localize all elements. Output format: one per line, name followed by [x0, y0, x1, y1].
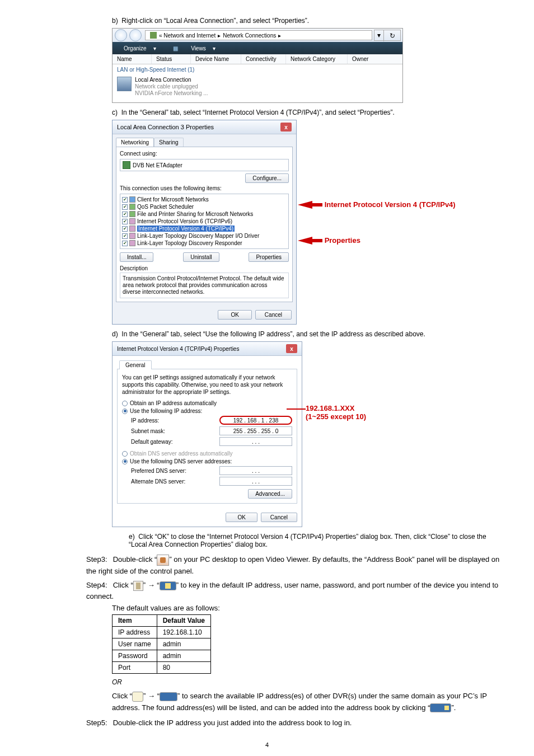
tab-sharing[interactable]: Sharing: [154, 138, 183, 147]
mask-label: Subnet mask:: [131, 428, 165, 434]
step4: Step4: Click “” → “” to key in the defau…: [86, 580, 500, 602]
col-conn[interactable]: Connectivity: [241, 54, 286, 64]
checkbox-icon[interactable]: ✔: [122, 219, 128, 224]
step3-t1: Double-click “: [113, 555, 157, 564]
table-row: User nameadmin: [113, 638, 211, 650]
list-item[interactable]: ✔Link-Layer Topology Discovery Mapper I/…: [122, 232, 287, 240]
ok-button[interactable]: OK: [226, 513, 257, 522]
list-item-ipv4[interactable]: ✔Internet Protocol Version 4 (TCP/IPv4): [122, 225, 287, 232]
step-b-text: Right-click on “Local Area Connection”, …: [121, 17, 309, 25]
radio-manual-dns[interactable]: Use the following DNS server addresses:: [122, 458, 292, 464]
col-name[interactable]: Name: [113, 54, 152, 64]
step-d: d) In the “General” tab, select “Use the…: [112, 330, 500, 338]
step-e-text: Click “OK” to close the “Internet Protoc…: [129, 533, 486, 548]
col-status[interactable]: Status: [152, 54, 191, 64]
items-label: This connection uses the following items…: [120, 185, 289, 191]
list-item[interactable]: ✔Client for Microsoft Networks: [122, 196, 287, 203]
lac-properties-dialog: Local Area Connection 3 Properties x Net…: [112, 120, 297, 325]
back-icon[interactable]: [115, 29, 127, 41]
callout-ip-range: 192.168.1.XXX (1~255 except 10): [306, 405, 366, 421]
radio-icon: [122, 451, 128, 457]
explorer-window: « Network and Internet ▸ Network Connect…: [112, 28, 403, 103]
callout-line: [287, 408, 306, 410]
pref-dns-label: Preferred DNS server:: [131, 468, 186, 474]
radio-icon: [122, 459, 128, 464]
step5-text: Double-click the IP address you just add…: [113, 719, 352, 727]
ipv6-icon: [129, 218, 135, 224]
col-owner[interactable]: Owner: [348, 54, 381, 64]
toolbar: Organize ▾ ▦ Views ▾: [113, 42, 402, 54]
organize-menu[interactable]: Organize ▾: [113, 45, 162, 51]
configure-button[interactable]: Configure...: [245, 173, 289, 183]
fileshare-icon: [129, 211, 135, 217]
advanced-button[interactable]: Advanced...: [248, 489, 292, 499]
radio-manual-ip[interactable]: Use the following IP address:: [122, 408, 292, 414]
refresh-icon[interactable]: ↻: [383, 30, 400, 41]
breadcrumb[interactable]: « Network and Internet ▸ Network Connect…: [145, 30, 372, 40]
list-item[interactable]: ✔Link-Layer Topology Discovery Responder: [122, 240, 287, 247]
table-row: Passwordadmin: [113, 650, 211, 662]
ok-button[interactable]: OK: [218, 310, 251, 320]
ipv4-properties-dialog: Internet Protocol Version 4 (TCP/IPv4) P…: [112, 341, 302, 527]
checkbox-icon[interactable]: ✔: [122, 197, 128, 203]
checkbox-icon[interactable]: ✔: [122, 204, 128, 210]
subnet-mask-input[interactable]: 255 . 255 . 255 . 0: [219, 426, 292, 435]
ip-title-bar: Internet Protocol Version 4 (TCP/IPv4) P…: [113, 342, 302, 356]
or-label: OR: [112, 678, 500, 686]
uninstall-button[interactable]: Uninstall: [183, 252, 219, 262]
alt-dns-input[interactable]: . . .: [219, 477, 292, 486]
col-device[interactable]: Device Name: [191, 54, 241, 64]
address-book-icon: [133, 581, 143, 591]
ip-address-input[interactable]: 192 . 168 . 1 . 238: [219, 416, 292, 425]
checkbox-icon[interactable]: ✔: [122, 212, 128, 217]
callout-ipv4: Internet Protocol Version 4 (TCP/IPv4): [298, 200, 456, 209]
conn-status: Network cable unplugged: [135, 83, 208, 90]
add-entry-icon: [160, 581, 176, 590]
step4-label: Step4:: [86, 580, 111, 591]
connection-row[interactable]: Local Area Connection Network cable unpl…: [113, 75, 402, 102]
col-cat[interactable]: Network Category: [286, 54, 348, 64]
table-row: Port80: [113, 662, 211, 674]
step3: Step3: Double-click “” on your PC deskto…: [86, 554, 500, 576]
alt-dns-label: Alternate DNS server:: [131, 478, 185, 485]
adapter-field: DVB Net ETAdapter: [120, 159, 289, 171]
table-row: IP address192.168.1.10: [113, 627, 211, 638]
lltd-mapper-icon: [129, 233, 135, 239]
magnifier-icon: [132, 692, 143, 702]
radio-auto-dns: Obtain DNS server address automatically: [122, 450, 292, 457]
checkbox-icon[interactable]: ✔: [122, 233, 128, 239]
step3-label: Step3:: [86, 554, 111, 565]
gateway-input[interactable]: . . .: [219, 437, 292, 446]
pref-dns-input[interactable]: . . .: [219, 466, 292, 475]
close-icon[interactable]: x: [286, 344, 297, 353]
checkbox-icon[interactable]: ✔: [122, 241, 128, 246]
properties-button[interactable]: Properties: [249, 252, 289, 262]
table-h2: Default Value: [157, 615, 210, 627]
video-viewer-icon: [157, 555, 169, 566]
page-number: 4: [34, 741, 500, 748]
default-values-table: ItemDefault Value IP address192.168.1.10…: [112, 614, 211, 674]
install-button[interactable]: Install...: [120, 252, 153, 262]
adapter-icon: [123, 161, 130, 169]
radio-auto-ip[interactable]: Obtain an IP address automatically: [122, 400, 292, 406]
list-item[interactable]: ✔File and Printer Sharing for Microsoft …: [122, 210, 287, 218]
cancel-button[interactable]: Cancel: [255, 310, 292, 320]
tab-general[interactable]: General: [119, 360, 152, 369]
ip-note: You can get IP settings assigned automat…: [122, 374, 292, 396]
conn-device: NVIDIA nForce Networking ...: [135, 90, 208, 97]
dialog-title-bar: Local Area Connection 3 Properties x: [113, 120, 296, 134]
list-item[interactable]: ✔QoS Packet Scheduler: [122, 203, 287, 210]
checkbox-icon[interactable]: ✔: [122, 226, 128, 232]
cancel-button[interactable]: Cancel: [261, 513, 297, 522]
breadcrumb-prefix: « Network and Internet: [159, 32, 216, 39]
breadcrumb-sep2: ▸: [278, 32, 281, 39]
forward-icon[interactable]: [129, 29, 142, 41]
tab-networking[interactable]: Networking: [116, 138, 154, 147]
dropdown-icon[interactable]: ▾: [374, 30, 383, 40]
qos-icon: [129, 204, 135, 210]
gw-label: Default gateway:: [131, 439, 173, 445]
callout-properties: Properties: [298, 236, 360, 245]
list-item[interactable]: ✔Internet Protocol Version 6 (TCP/IPv6): [122, 218, 287, 225]
close-icon[interactable]: x: [280, 123, 292, 132]
views-menu[interactable]: ▦ Views ▾: [162, 45, 221, 51]
